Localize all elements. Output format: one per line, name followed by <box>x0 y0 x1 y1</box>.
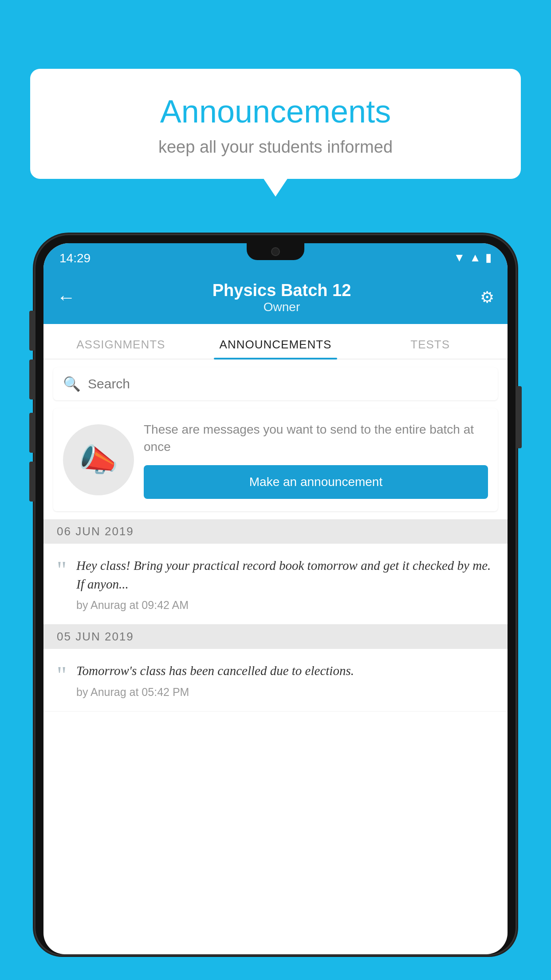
settings-button[interactable]: ⚙ <box>480 288 494 307</box>
announcement-text-2: Tomorrow's class has been cancelled due … <box>76 661 354 680</box>
tab-announcements[interactable]: ANNOUNCEMENTS <box>198 338 353 359</box>
announcement-icon-circle: 📣 <box>63 424 134 495</box>
announcement-item-2-content: Tomorrow's class has been cancelled due … <box>76 661 354 698</box>
phone-screen: 14:29 ▼ ▲ ▮ ← Physics Batch 12 Owner ⚙ <box>43 243 508 954</box>
speech-bubble: Announcements keep all your students inf… <box>30 69 521 179</box>
quote-icon-1: " <box>57 558 67 612</box>
date-separator-1: 06 JUN 2019 <box>43 519 508 544</box>
hero-subtitle: keep all your students informed <box>57 138 494 157</box>
announcement-item-1[interactable]: " Hey class! Bring your practical record… <box>43 544 508 624</box>
date-separator-2: 05 JUN 2019 <box>43 624 508 649</box>
announcement-meta-2: by Anurag at 05:42 PM <box>76 686 354 699</box>
search-input[interactable] <box>88 376 488 391</box>
announcement-prompt-card: 📣 These are messages you want to send to… <box>53 408 498 511</box>
announcement-item-2[interactable]: " Tomorrow's class has been cancelled du… <box>43 649 508 711</box>
header-subtitle: Owner <box>83 300 480 314</box>
quote-icon-2: " <box>57 663 67 698</box>
hero-title: Announcements <box>57 93 494 130</box>
phone-outer: 14:29 ▼ ▲ ▮ ← Physics Batch 12 Owner ⚙ <box>35 235 516 954</box>
status-time: 14:29 <box>59 251 91 266</box>
phone-notch <box>247 243 304 260</box>
back-button[interactable]: ← <box>57 287 83 308</box>
announcement-item-1-content: Hey class! Bring your practical record b… <box>76 556 494 612</box>
battery-icon: ▮ <box>485 251 492 265</box>
announcement-meta-1: by Anurag at 09:42 AM <box>76 599 494 612</box>
hero-section: Announcements keep all your students inf… <box>30 69 521 179</box>
megaphone-icon: 📣 <box>79 441 118 479</box>
signal-icon: ▲ <box>469 251 481 265</box>
tab-tests[interactable]: TESTS <box>353 338 508 359</box>
announcement-text-1: Hey class! Bring your practical record b… <box>76 556 494 593</box>
make-announcement-button[interactable]: Make an announcement <box>144 465 488 499</box>
screen-content: 🔍 📣 These are messages you want to send … <box>43 360 508 954</box>
status-icons: ▼ ▲ ▮ <box>454 251 492 266</box>
wifi-icon: ▼ <box>454 251 465 265</box>
phone-mockup: 14:29 ▼ ▲ ▮ ← Physics Batch 12 Owner ⚙ <box>35 235 516 980</box>
tab-bar: ASSIGNMENTS ANNOUNCEMENTS TESTS <box>43 324 508 360</box>
header-title: Physics Batch 12 <box>83 281 480 300</box>
announcement-description: These are messages you want to send to t… <box>144 421 488 455</box>
camera-notch <box>271 247 280 256</box>
app-header: ← Physics Batch 12 Owner ⚙ <box>43 271 508 324</box>
tab-assignments[interactable]: ASSIGNMENTS <box>43 338 198 359</box>
announcement-prompt-right: These are messages you want to send to t… <box>144 421 488 499</box>
search-icon: 🔍 <box>63 375 81 392</box>
header-center: Physics Batch 12 Owner <box>83 281 480 314</box>
search-bar[interactable]: 🔍 <box>53 368 498 400</box>
